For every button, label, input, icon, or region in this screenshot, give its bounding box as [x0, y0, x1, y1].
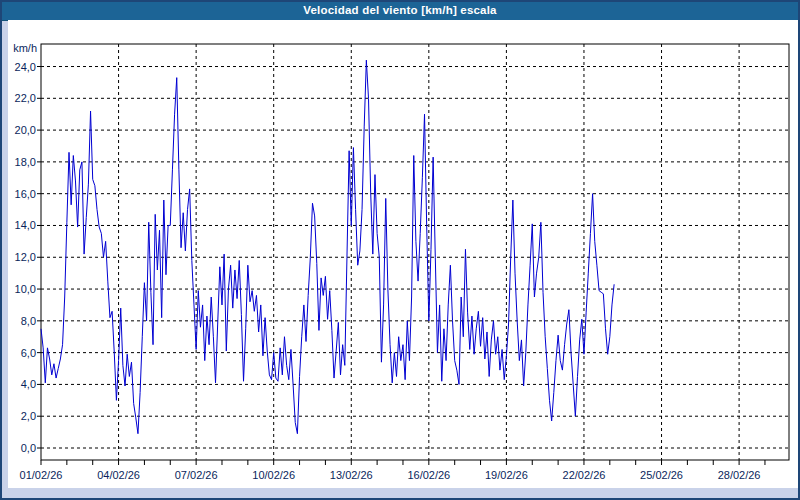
y-tick-label: 14,0 — [15, 219, 36, 231]
y-tick-label: 16,0 — [15, 188, 36, 200]
x-tick-label: 10/02/26 — [252, 469, 295, 481]
x-tick-label: 01/02/26 — [20, 469, 63, 481]
y-axis-unit-label: km/h — [13, 42, 37, 54]
y-tick-label: 6,0 — [21, 347, 36, 359]
x-tick-label: 04/02/26 — [97, 469, 140, 481]
y-tick-label: 0,0 — [21, 442, 36, 454]
y-tick-label: 4,0 — [21, 378, 36, 390]
y-tick-label: 24,0 — [15, 61, 36, 73]
y-tick-label: 12,0 — [15, 251, 36, 263]
y-tick-label: 18,0 — [15, 156, 36, 168]
y-tick-label: 20,0 — [15, 124, 36, 136]
x-tick-label: 16/02/26 — [407, 469, 450, 481]
wind-speed-line-chart: 0,02,04,06,08,010,012,014,016,018,020,02… — [2, 2, 800, 500]
x-tick-label: 13/02/26 — [330, 469, 373, 481]
y-tick-label: 10,0 — [15, 283, 36, 295]
x-tick-label: 28/02/26 — [718, 469, 761, 481]
x-tick-label: 25/02/26 — [640, 469, 683, 481]
chart-window: Velocidad del viento [km/h] escala 0,02,… — [0, 0, 800, 500]
y-tick-label: 22,0 — [15, 92, 36, 104]
x-tick-label: 07/02/26 — [175, 469, 218, 481]
x-tick-label: 22/02/26 — [563, 469, 606, 481]
y-tick-label: 8,0 — [21, 315, 36, 327]
x-tick-label: 19/02/26 — [485, 469, 528, 481]
plot-border — [41, 44, 789, 460]
y-tick-label: 2,0 — [21, 410, 36, 422]
wind-speed-series-line — [41, 60, 614, 434]
